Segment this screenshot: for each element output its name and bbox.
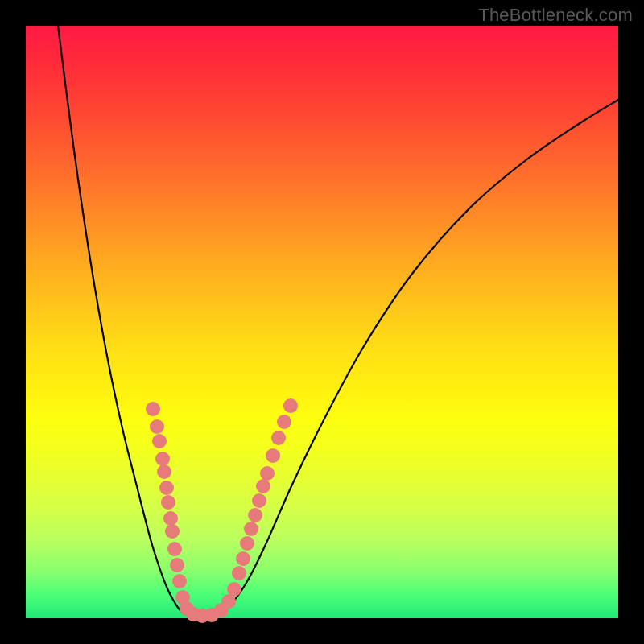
curve-marker bbox=[271, 431, 286, 445]
curve-marker bbox=[167, 542, 182, 556]
curve-marker bbox=[232, 566, 246, 580]
curve-marker bbox=[240, 536, 254, 551]
curve-marker bbox=[256, 479, 270, 493]
curve-marker bbox=[266, 448, 280, 463]
curve-marker bbox=[159, 481, 174, 495]
bottleneck-curve bbox=[58, 26, 618, 617]
curve-marker bbox=[165, 524, 180, 539]
curve-marker bbox=[277, 415, 291, 429]
curve-marker bbox=[161, 495, 175, 510]
curve-marker bbox=[150, 419, 164, 434]
curve-marker bbox=[236, 551, 250, 566]
curve-marker bbox=[146, 402, 160, 416]
curve-marker bbox=[244, 522, 258, 536]
watermark-text: TheBottleneck.com bbox=[478, 5, 633, 26]
curve-marker bbox=[155, 452, 170, 466]
curve-marker bbox=[283, 398, 298, 413]
plot-area bbox=[26, 26, 618, 618]
curve-layer bbox=[26, 26, 618, 618]
curve-marker bbox=[252, 493, 266, 508]
curve-marker bbox=[227, 582, 242, 597]
curve-marker bbox=[248, 508, 262, 522]
curve-marker bbox=[170, 558, 184, 572]
curve-marker bbox=[260, 466, 275, 481]
chart-frame: TheBottleneck.com bbox=[0, 0, 644, 644]
curve-marker bbox=[163, 511, 178, 526]
curve-marker bbox=[157, 464, 171, 479]
curve-marker bbox=[172, 574, 187, 588]
curve-marker bbox=[152, 434, 167, 448]
